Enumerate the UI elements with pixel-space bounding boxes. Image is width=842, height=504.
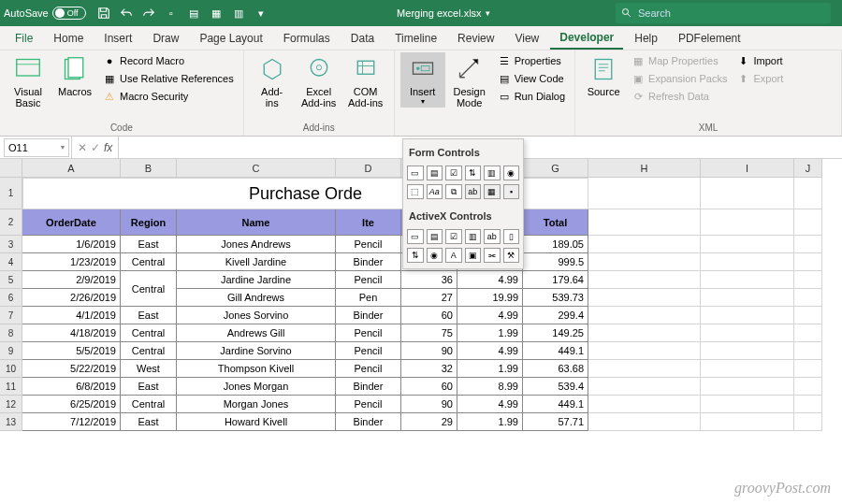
tab-draw[interactable]: Draw bbox=[143, 28, 188, 49]
cell[interactable] bbox=[701, 342, 794, 360]
checkbox-control-icon[interactable]: ☑ bbox=[445, 166, 462, 180]
cell[interactable] bbox=[588, 360, 701, 378]
cell[interactable] bbox=[794, 324, 822, 342]
cell[interactable] bbox=[794, 271, 822, 289]
cell[interactable]: 60 bbox=[401, 307, 457, 324]
properties-button[interactable]: ☰Properties bbox=[494, 52, 569, 69]
cell[interactable] bbox=[701, 360, 794, 378]
cell[interactable]: Kivell Jardine bbox=[177, 253, 336, 271]
ax-more-icon[interactable]: ⚒ bbox=[503, 248, 520, 263]
cell[interactable] bbox=[794, 378, 822, 396]
ax-combo-icon[interactable]: ▤ bbox=[427, 229, 443, 244]
cell[interactable]: Binder bbox=[336, 307, 401, 324]
row-header[interactable]: 13 bbox=[0, 413, 22, 431]
cell[interactable] bbox=[588, 324, 701, 342]
cell[interactable]: Pencil bbox=[336, 396, 401, 413]
cell[interactable]: 90 bbox=[401, 396, 457, 413]
record-macro-button[interactable]: ●Record Macro bbox=[99, 52, 238, 69]
groupbox-control-icon[interactable]: ⬚ bbox=[407, 184, 424, 199]
design-mode-button[interactable]: Design Mode bbox=[447, 52, 492, 110]
ax-button-icon[interactable]: ▭ bbox=[407, 229, 424, 244]
cell[interactable] bbox=[701, 307, 794, 324]
header-cell[interactable] bbox=[701, 209, 794, 236]
ax-option-icon[interactable]: ◉ bbox=[427, 248, 443, 263]
tab-insert[interactable]: Insert bbox=[94, 28, 141, 49]
cell[interactable]: 4.99 bbox=[457, 396, 523, 413]
cell[interactable]: 2/9/2019 bbox=[22, 271, 121, 289]
select-all-corner[interactable] bbox=[0, 159, 22, 178]
cell[interactable]: East bbox=[121, 236, 177, 253]
col-header[interactable]: J bbox=[794, 159, 822, 178]
com-addins-button[interactable]: COM Add-ins bbox=[343, 52, 388, 110]
row-header[interactable]: 7 bbox=[0, 307, 22, 324]
row-header[interactable]: 2 bbox=[0, 209, 22, 236]
cell[interactable]: 75 bbox=[401, 324, 457, 342]
cell[interactable]: Pencil bbox=[336, 271, 401, 289]
macro-security-button[interactable]: ⚠Macro Security bbox=[99, 88, 238, 105]
col-header[interactable]: G bbox=[523, 159, 588, 178]
tab-view[interactable]: View bbox=[505, 28, 548, 49]
ax-textbox-icon[interactable]: ab bbox=[484, 229, 501, 244]
cell[interactable]: 539.4 bbox=[523, 378, 588, 396]
cell[interactable]: Binder bbox=[336, 253, 401, 271]
tab-review[interactable]: Review bbox=[448, 28, 503, 49]
autosave-toggle[interactable]: AutoSave Off bbox=[4, 7, 86, 20]
cell[interactable]: Pen bbox=[336, 289, 401, 307]
cell[interactable]: Pencil bbox=[336, 236, 401, 253]
spinner-control-icon[interactable]: ⇅ bbox=[465, 166, 482, 180]
cell[interactable] bbox=[794, 396, 822, 413]
cell[interactable]: 299.4 bbox=[523, 307, 588, 324]
excel-addins-button[interactable]: Excel Add-ins bbox=[297, 52, 341, 110]
tab-page-layout[interactable]: Page Layout bbox=[190, 28, 271, 49]
cell[interactable] bbox=[794, 236, 822, 253]
use-relative-refs-button[interactable]: ▦Use Relative References bbox=[99, 70, 238, 87]
cell[interactable]: East bbox=[121, 413, 177, 431]
tab-pdfelement[interactable]: PDFelement bbox=[669, 28, 750, 49]
cell[interactable]: 4.99 bbox=[457, 271, 523, 289]
header-cell[interactable]: OrderDate bbox=[22, 209, 121, 236]
search-box[interactable]: Search bbox=[616, 3, 831, 23]
cell[interactable]: Binder bbox=[336, 378, 401, 396]
cell[interactable] bbox=[588, 178, 701, 209]
cell[interactable] bbox=[588, 396, 701, 413]
row-header[interactable]: 11 bbox=[0, 378, 22, 396]
qat-icon[interactable]: ▥ bbox=[228, 3, 249, 23]
scrollbar-control-icon[interactable]: ⧉ bbox=[445, 184, 462, 199]
run-dialog-button[interactable]: ▭Run Dialog bbox=[494, 88, 569, 105]
row-header[interactable]: 6 bbox=[0, 289, 22, 307]
import-button[interactable]: ⬇Import bbox=[733, 52, 787, 69]
cell[interactable] bbox=[588, 236, 701, 253]
redo-icon[interactable] bbox=[138, 3, 159, 23]
cell[interactable] bbox=[588, 413, 701, 431]
cell[interactable]: East bbox=[121, 378, 177, 396]
cell[interactable] bbox=[701, 271, 794, 289]
cell[interactable]: Central bbox=[121, 253, 177, 271]
cell[interactable]: 29 bbox=[401, 413, 457, 431]
row-header[interactable]: 9 bbox=[0, 342, 22, 360]
cell[interactable] bbox=[794, 253, 822, 271]
row-header[interactable]: 10 bbox=[0, 360, 22, 378]
cell[interactable]: 1/6/2019 bbox=[22, 236, 121, 253]
cell[interactable]: 4/1/2019 bbox=[22, 307, 121, 324]
cell[interactable]: 5/22/2019 bbox=[22, 360, 121, 378]
ax-image-icon[interactable]: ▣ bbox=[465, 248, 482, 263]
insert-controls-button[interactable]: Insert▾ bbox=[400, 52, 445, 108]
ax-checkbox-icon[interactable]: ☑ bbox=[445, 229, 462, 244]
cell[interactable] bbox=[588, 253, 701, 271]
cell[interactable]: 179.64 bbox=[523, 271, 588, 289]
cell[interactable]: 189.05 bbox=[523, 236, 588, 253]
macros-button[interactable]: Macros bbox=[52, 52, 97, 99]
cell[interactable]: 1.99 bbox=[457, 324, 523, 342]
cell[interactable] bbox=[794, 360, 822, 378]
ax-label-icon[interactable]: A bbox=[445, 248, 462, 263]
source-button[interactable]: Source bbox=[581, 52, 626, 99]
addins-button[interactable]: Add- ins bbox=[250, 52, 295, 110]
row-header[interactable]: 8 bbox=[0, 324, 22, 342]
qat-icon[interactable]: ▫ bbox=[161, 3, 181, 23]
name-box[interactable]: O11▾ bbox=[4, 138, 69, 157]
cell[interactable] bbox=[794, 289, 822, 307]
cell[interactable]: Jones Andrews bbox=[177, 236, 336, 253]
cell[interactable]: 90 bbox=[401, 342, 457, 360]
tab-developer[interactable]: Developer bbox=[550, 27, 623, 50]
col-header[interactable]: B bbox=[121, 159, 177, 178]
